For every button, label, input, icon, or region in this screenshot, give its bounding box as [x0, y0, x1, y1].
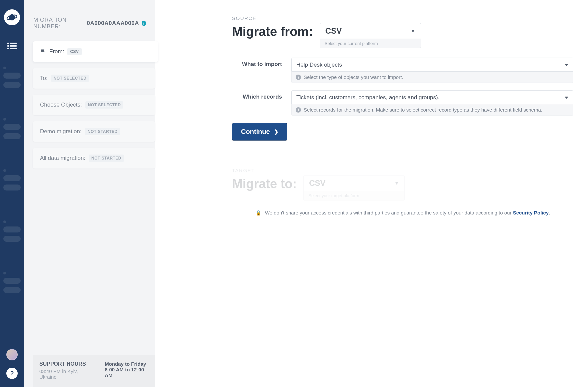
platform-value: CSV: [309, 179, 325, 188]
support-hours: SUPPORT HOURS 03:40 PM in Kyiv, Ukraine …: [33, 355, 155, 387]
info-icon: i: [296, 75, 301, 80]
security-note: 🔒 We don't share your access credentials…: [232, 210, 573, 216]
svg-rect-6: [7, 48, 9, 49]
target-section: TARGET Migrate to: CSV ▼ Select your tar…: [232, 168, 573, 200]
step-label: All data migration:: [40, 155, 85, 162]
rail-skeleton: [3, 67, 21, 293]
steps-sidebar: MIGRATION NUMBER: 0A000A0AAA000A i From:…: [24, 0, 155, 387]
migration-number: MIGRATION NUMBER: 0A000A0AAA000A i: [24, 0, 155, 39]
logo[interactable]: [4, 9, 20, 25]
which-records-label: Which records: [232, 90, 282, 100]
step-label: To:: [40, 75, 48, 82]
platform-dropdown[interactable]: CSV ▼: [320, 23, 421, 39]
list-icon[interactable]: [6, 40, 18, 52]
step-from[interactable]: From: CSV: [33, 41, 158, 62]
migration-number-value: 0A000A0AAA000A: [87, 20, 139, 27]
target-eyebrow: TARGET: [232, 168, 573, 173]
support-title: SUPPORT HOURS: [39, 361, 91, 367]
step-label: From:: [49, 48, 64, 55]
planet-icon: [6, 12, 18, 23]
step-label: Demo migration:: [40, 128, 82, 135]
info-icon[interactable]: i: [142, 21, 146, 26]
security-text-suffix: .: [549, 210, 550, 215]
step-badge: CSV: [67, 48, 81, 55]
info-icon: i: [296, 107, 301, 113]
svg-rect-5: [10, 45, 17, 47]
support-hours-range: 8:00 AM to 12:00 AM: [105, 367, 149, 378]
platform-dropdown: CSV ▼: [303, 175, 405, 191]
platform-hint: Select your target platform: [303, 191, 405, 200]
target-platform-select: CSV ▼ Select your target platform: [303, 175, 405, 200]
source-platform-select[interactable]: CSV ▼ Select your current platform: [320, 23, 421, 48]
nav-rail: ?: [0, 0, 24, 387]
svg-rect-3: [10, 43, 17, 44]
caret-down-icon: ▼: [394, 181, 399, 186]
migration-number-label: MIGRATION NUMBER:: [33, 17, 84, 30]
what-to-import-label: What to import: [232, 58, 282, 68]
hint-text: Select records for the migration. Make s…: [304, 107, 542, 113]
flag-icon: [40, 49, 46, 55]
support-time: 03:40 PM in Kyiv, Ukraine: [39, 368, 91, 380]
migrate-to-label: Migrate to:: [232, 175, 297, 191]
continue-button[interactable]: Continue ❯: [232, 123, 287, 141]
section-divider: [232, 156, 573, 156]
step-label: Choose Objects:: [40, 102, 82, 108]
continue-label: Continue: [241, 128, 270, 136]
caret-down-icon: ▼: [411, 28, 415, 34]
step-badge: NOT STARTED: [89, 155, 124, 162]
which-records-select[interactable]: Tickets (incl. customers, companies, age…: [291, 90, 573, 104]
security-policy-link[interactable]: Security Policy: [513, 210, 549, 215]
step-demo-migration[interactable]: Demo migration: NOT STARTED: [33, 121, 155, 142]
source-eyebrow: SOURCE: [232, 15, 573, 21]
lock-icon: 🔒: [255, 210, 262, 215]
which-records-hint: i Select records for the migration. Make…: [291, 104, 573, 116]
user-avatar[interactable]: [6, 349, 18, 360]
step-badge: NOT STARTED: [85, 128, 120, 135]
platform-value: CSV: [325, 26, 342, 36]
step-choose-objects[interactable]: Choose Objects: NOT SELECTED: [33, 95, 155, 115]
help-button[interactable]: ?: [6, 368, 18, 379]
step-badge: NOT SELECTED: [85, 101, 124, 109]
step-all-data-migration[interactable]: All data migration: NOT STARTED: [33, 148, 155, 169]
hint-text: Select the type of objects you want to i…: [304, 74, 403, 80]
chevron-right-icon: ❯: [274, 129, 278, 135]
step-to[interactable]: To: NOT SELECTED: [33, 68, 155, 89]
step-badge: NOT SELECTED: [51, 75, 89, 82]
what-to-import-hint: i Select the type of objects you want to…: [291, 72, 573, 83]
main-content: SOURCE Migrate from: CSV ▼ Select your c…: [155, 0, 588, 387]
svg-rect-7: [10, 48, 17, 49]
svg-rect-2: [7, 43, 9, 44]
what-to-import-select[interactable]: Help Desk objects: [291, 58, 573, 72]
security-text-prefix: We don't share your access credentials w…: [265, 210, 513, 215]
migrate-from-label: Migrate from:: [232, 23, 313, 39]
platform-hint: Select your current platform: [320, 39, 421, 48]
svg-rect-4: [7, 45, 9, 47]
support-days: Monday to Friday: [105, 361, 149, 367]
